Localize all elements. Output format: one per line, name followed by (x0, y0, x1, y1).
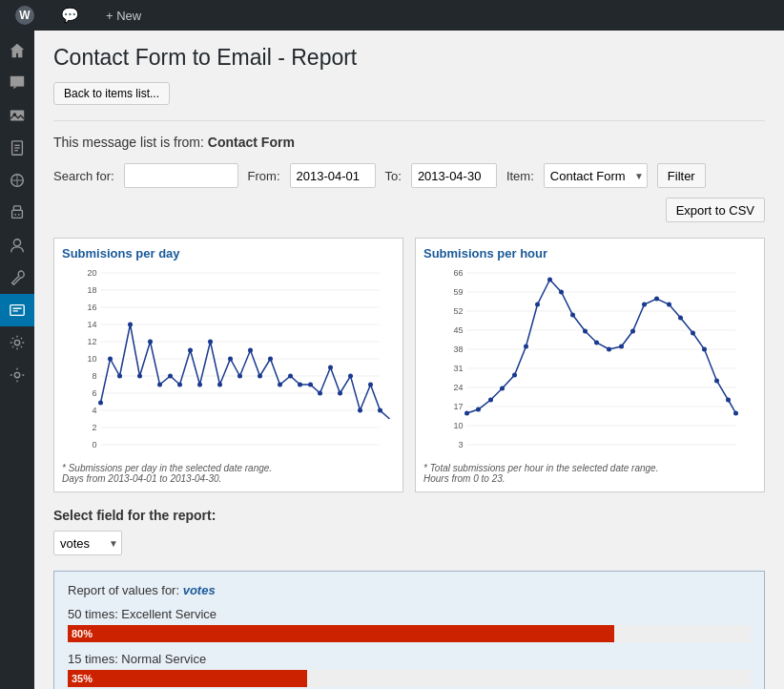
svg-rect-0 (10, 111, 24, 121)
svg-point-59 (318, 391, 322, 396)
item-label: Item: (506, 169, 534, 183)
field-selector-label: Select field for the report: (53, 508, 765, 523)
svg-point-95 (570, 313, 575, 318)
svg-point-86 (464, 411, 469, 416)
svg-point-47 (197, 383, 202, 387)
sidebar-item-settings2[interactable] (0, 359, 34, 391)
comment-icon: 💬 (61, 7, 79, 24)
per-hour-chart-box: Submisions per hour 66 59 52 45 38 31 24… (415, 238, 765, 492)
svg-point-93 (547, 278, 552, 282)
field-select-wrap: votes service rating ▼ (53, 531, 122, 555)
svg-point-63 (358, 408, 362, 413)
search-label: Search for: (53, 169, 114, 183)
divider (53, 120, 765, 121)
svg-point-105 (691, 331, 695, 336)
svg-point-53 (258, 374, 262, 379)
per-day-chart-title: Submisions per day (62, 246, 395, 261)
svg-point-108 (726, 398, 731, 403)
svg-point-102 (654, 297, 659, 302)
svg-text:0: 0 (92, 440, 96, 449)
sidebar-item-cf7[interactable] (0, 294, 34, 326)
svg-point-60 (328, 365, 333, 370)
svg-text:38: 38 (453, 344, 463, 354)
svg-point-106 (702, 347, 707, 352)
export-csv-button[interactable]: Export to CSV (666, 198, 765, 222)
svg-rect-8 (12, 210, 23, 218)
sidebar-item-appearance[interactable] (0, 164, 34, 197)
bar-track-1: 35% (68, 670, 751, 687)
svg-rect-12 (10, 305, 24, 316)
svg-point-62 (348, 374, 353, 379)
svg-point-39 (117, 374, 122, 379)
svg-point-109 (733, 411, 738, 416)
filter-button[interactable]: Filter (657, 163, 706, 188)
wp-logo-button[interactable]: W (8, 0, 42, 31)
svg-point-37 (98, 401, 103, 406)
svg-point-100 (630, 329, 635, 334)
svg-point-44 (168, 374, 173, 379)
svg-point-51 (237, 374, 242, 379)
sidebar-item-settings[interactable] (0, 326, 34, 359)
svg-text:24: 24 (453, 383, 463, 392)
svg-point-99 (619, 344, 624, 349)
svg-point-13 (14, 340, 19, 344)
from-date-input[interactable] (290, 163, 376, 188)
sidebar (0, 31, 34, 689)
field-select[interactable]: votes service rating (53, 531, 122, 555)
svg-point-94 (559, 290, 564, 295)
sidebar-item-pages[interactable] (0, 132, 34, 164)
report-item-label-0: 50 times: Excellent Service (68, 607, 751, 621)
page-title: Contact Form to Email - Report (53, 45, 765, 71)
svg-text:8: 8 (92, 371, 96, 381)
sidebar-item-users[interactable] (0, 229, 34, 261)
svg-text:2: 2 (92, 423, 96, 432)
svg-point-58 (308, 383, 313, 387)
svg-point-55 (278, 383, 282, 387)
from-label: From: (248, 169, 280, 183)
filter-row: Search for: From: To: Item: Contact Form… (53, 163, 765, 222)
sidebar-item-tools[interactable] (0, 261, 34, 294)
svg-point-46 (188, 348, 193, 353)
sidebar-item-plugins[interactable] (0, 197, 34, 229)
svg-point-42 (148, 340, 153, 344)
svg-point-88 (488, 398, 493, 403)
item-select[interactable]: Contact Form Other Form (544, 163, 648, 188)
comments-button[interactable]: 💬 (53, 0, 87, 31)
svg-point-45 (177, 383, 182, 387)
per-day-chart-area: 20 18 16 14 12 10 8 6 4 2 0 (62, 266, 395, 457)
svg-text:6: 6 (92, 388, 96, 398)
svg-point-48 (208, 340, 213, 344)
svg-text:10: 10 (87, 354, 96, 364)
report-item-0: 50 times: Excellent Service 80% (68, 607, 751, 642)
back-button[interactable]: Back to items list... (53, 82, 170, 105)
search-input[interactable] (124, 163, 238, 188)
svg-point-11 (13, 240, 20, 246)
message-source-value: Contact Form (208, 135, 295, 150)
svg-point-91 (524, 344, 528, 349)
svg-text:10: 10 (453, 421, 463, 430)
message-source: This message list is from: Contact Form (53, 135, 765, 150)
to-date-input[interactable] (411, 163, 497, 188)
wp-icon: W (15, 6, 34, 25)
svg-point-87 (476, 407, 481, 412)
svg-point-43 (157, 383, 162, 387)
svg-point-57 (298, 383, 302, 387)
svg-point-107 (714, 379, 719, 384)
to-label: To: (385, 169, 402, 183)
svg-text:17: 17 (453, 402, 463, 411)
sidebar-item-home[interactable] (0, 34, 34, 67)
report-item-label-1: 15 times: Normal Service (68, 652, 751, 666)
sidebar-item-media[interactable] (0, 99, 34, 132)
sidebar-item-comments[interactable] (0, 67, 34, 99)
svg-text:14: 14 (87, 320, 96, 329)
svg-point-101 (642, 303, 647, 307)
new-button[interactable]: + New (98, 0, 149, 31)
svg-point-50 (228, 357, 233, 362)
svg-point-38 (108, 357, 113, 362)
svg-text:4: 4 (92, 406, 96, 415)
svg-point-52 (248, 348, 253, 353)
report-title-value: votes (183, 583, 216, 597)
svg-text:12: 12 (87, 337, 96, 346)
svg-point-96 (583, 329, 588, 334)
svg-text:66: 66 (453, 268, 463, 278)
